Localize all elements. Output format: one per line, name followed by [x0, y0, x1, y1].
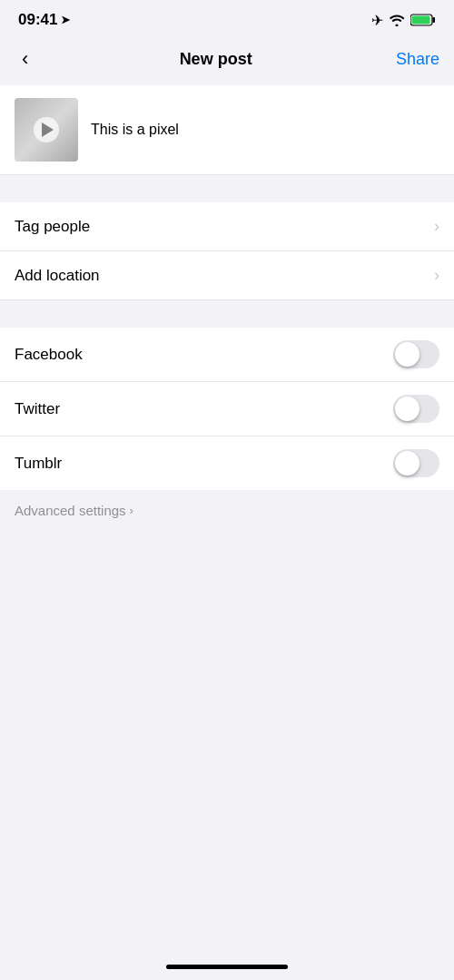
- section-divider-2: [0, 300, 454, 328]
- toggle-track: [393, 340, 439, 368]
- toggle-track: [393, 449, 439, 477]
- post-caption[interactable]: This is a pixel: [91, 122, 439, 138]
- chevron-right-icon: ›: [434, 266, 439, 285]
- twitter-toggle-row: Twitter: [0, 382, 454, 436]
- nav-bar: ‹ New post Share: [0, 36, 454, 85]
- status-time: 09:41 ➤: [18, 11, 70, 29]
- svg-rect-2: [412, 16, 430, 24]
- add-location-row[interactable]: Add location ›: [0, 251, 454, 300]
- tumblr-toggle-row: Tumblr: [0, 436, 454, 490]
- toggle-thumb: [395, 342, 419, 367]
- post-thumbnail: [15, 98, 78, 162]
- chevron-right-icon: ›: [434, 217, 439, 236]
- toggle-track: [393, 395, 439, 423]
- facebook-toggle-row: Facebook: [0, 328, 454, 382]
- status-icons: ✈: [371, 12, 436, 29]
- advanced-settings-label: Advanced settings: [15, 503, 126, 518]
- add-location-label: Add location: [15, 267, 100, 285]
- wifi-icon: [389, 14, 405, 26]
- advanced-settings-chevron-icon: ›: [130, 504, 133, 517]
- time-text: 09:41: [18, 11, 57, 29]
- twitter-label: Twitter: [15, 400, 60, 418]
- tumblr-toggle[interactable]: [393, 449, 439, 477]
- play-button-icon: [34, 117, 59, 142]
- advanced-settings-row[interactable]: Advanced settings ›: [0, 490, 454, 531]
- share-button[interactable]: Share: [396, 50, 439, 69]
- home-indicator: [166, 965, 288, 969]
- section-divider-1: [0, 175, 454, 202]
- tag-people-label: Tag people: [15, 218, 90, 236]
- location-arrow-icon: ➤: [61, 14, 70, 26]
- status-bar: 09:41 ➤ ✈: [0, 0, 454, 36]
- back-button[interactable]: ‹: [15, 44, 35, 74]
- battery-icon: [410, 14, 436, 26]
- toggle-thumb: [395, 397, 419, 421]
- tumblr-label: Tumblr: [15, 455, 62, 473]
- svg-rect-1: [433, 17, 436, 23]
- facebook-toggle[interactable]: [393, 340, 439, 368]
- twitter-toggle[interactable]: [393, 395, 439, 423]
- airplane-icon: ✈: [371, 12, 383, 29]
- social-toggles-section: Facebook Twitter Tumblr: [0, 328, 454, 490]
- page-title: New post: [180, 50, 252, 69]
- facebook-label: Facebook: [15, 346, 83, 364]
- toggle-thumb: [395, 451, 419, 475]
- tag-people-row[interactable]: Tag people ›: [0, 202, 454, 251]
- post-preview-section: This is a pixel: [0, 85, 454, 175]
